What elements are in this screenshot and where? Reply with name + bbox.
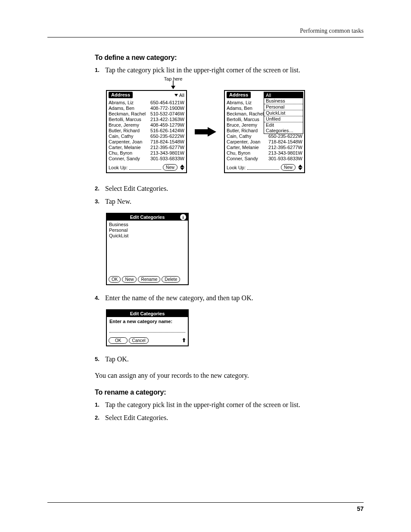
step-number: 2. [95, 413, 100, 423]
step-number: 4. [95, 293, 100, 303]
category-name-input[interactable] [109, 327, 185, 333]
list-item: Carter, Melanie212-395-6277W [109, 145, 184, 150]
list-item: Bertolli, Marcus213-422-1363W [109, 117, 184, 122]
step-text: Tap OK. [105, 355, 129, 363]
list-item[interactable]: Business [109, 222, 186, 227]
list-item: Carpenter, Joan718-824-1548W [227, 139, 302, 145]
step-2: 2. Select Edit Categories. [95, 184, 364, 194]
list-item: Conner, Sandy301-933-6833W [227, 156, 302, 162]
new-button[interactable]: New [163, 164, 177, 171]
step-number: 1. [95, 65, 100, 75]
step-text: Tap the category pick list in the upper-… [105, 401, 300, 408]
chevron-down-icon [174, 94, 178, 96]
list-item: Cain, Cathy650-235-6222W [109, 134, 184, 139]
step-text: Tap the category pick list in the upper-… [105, 66, 300, 74]
step-number: 1. [95, 400, 100, 410]
section-title-define: To define a new category: [95, 54, 364, 62]
list-item: Chu, Byron213-343-9801W [109, 150, 184, 156]
dropdown-item[interactable]: Business [264, 98, 303, 104]
list-item: Conner, Sandy301-933-6833W [109, 156, 184, 162]
svg-marker-2 [195, 127, 216, 137]
rename-button[interactable]: Rename [138, 276, 160, 283]
footer-rule [47, 502, 364, 503]
step-1: 1. Tap the category pick list in the upp… [95, 65, 364, 75]
dropdown-selected[interactable]: All [264, 92, 303, 98]
svg-marker-1 [171, 86, 175, 89]
arrow-down-icon [169, 81, 177, 89]
dropdown-item[interactable]: QuickList [264, 110, 303, 116]
edit-categories-dialog: Edit Categories i Business Personal Quic… [106, 213, 189, 285]
list-item: Beckman, Rachel510-532-0746W [109, 111, 184, 117]
list-item: Bruce, Jeremy408-459-1279W [109, 122, 184, 128]
scroll-down-icon [298, 168, 302, 170]
cancel-button[interactable]: Cancel [129, 337, 148, 344]
lookup-label: Look Up: [227, 165, 246, 170]
list-item[interactable]: QuickList [109, 233, 186, 239]
step-number: 2. [95, 184, 100, 194]
list-item[interactable]: Personal [109, 227, 186, 233]
app-title: Address [227, 92, 251, 98]
lookup-input[interactable] [247, 165, 279, 170]
step-number: 3. [95, 196, 100, 207]
list-item: Chu, Byron213-343-9801W [227, 150, 302, 156]
arrow-right-icon [195, 127, 216, 137]
list-item: Butler, Richard516-626-1424W [109, 128, 184, 134]
step-text: Tap New. [105, 198, 131, 205]
step-number: 5. [95, 354, 100, 364]
body-text: You can assign any of your records to th… [95, 370, 364, 381]
category-list[interactable]: Business Personal QuickList [107, 221, 188, 275]
scroll-up-icon [298, 165, 302, 167]
scroll-arrows[interactable] [180, 165, 184, 170]
new-button[interactable]: New [122, 276, 137, 283]
step-text: Select Edit Categories. [105, 185, 168, 192]
step-4: 4. Enter the name of the new category, a… [95, 293, 364, 303]
category-picklist[interactable]: All [174, 93, 184, 98]
section-title-rename: To rename a category: [95, 389, 364, 396]
palm-screen-left: Tap here Address All Abrams, Liz650-454-… [106, 90, 187, 173]
app-title: Address [109, 92, 133, 98]
tap-here-callout: Tap here [156, 76, 190, 89]
running-head: Performing common tasks [47, 28, 364, 37]
list-item: Cain, Cathy650-235-6222W [227, 134, 302, 139]
lookup-input[interactable] [129, 165, 161, 170]
page-number: 57 [357, 505, 364, 512]
new-button[interactable]: New [281, 164, 296, 171]
info-icon[interactable]: i [180, 214, 186, 220]
picklist-value: All [179, 93, 184, 98]
step-2: 2. Select Edit Categories. [95, 413, 364, 423]
shift-indicator-icon: ⬆ [182, 337, 186, 344]
dialog-title: Edit Categories i [107, 214, 188, 221]
dialog-title: Edit Categories [107, 310, 188, 317]
list-item: Abrams, Liz650-454-6121W [109, 100, 184, 106]
palm-screen-right: Address All Business Personal QuickList … [224, 90, 305, 173]
list-item: Carter, Melanie212-395-6277W [227, 145, 302, 150]
delete-button[interactable]: Delete [162, 276, 180, 283]
step-5: 5. Tap OK. [95, 354, 364, 364]
category-dropdown: All Business Personal QuickList Unfiled … [264, 92, 303, 134]
scroll-up-icon [180, 165, 184, 167]
dropdown-item[interactable]: Unfiled [264, 116, 303, 122]
scroll-down-icon [180, 168, 184, 170]
scroll-arrows[interactable] [298, 165, 302, 170]
ok-button[interactable]: OK [109, 337, 128, 344]
dropdown-item[interactable]: Personal [264, 104, 303, 110]
dropdown-item-edit[interactable]: Edit Categories… [264, 122, 303, 134]
ok-button[interactable]: OK [109, 276, 121, 283]
step-text: Select Edit Categories. [105, 414, 168, 421]
prompt-label: Enter a new category name: [109, 319, 185, 324]
list-item: Carpenter, Joan718-824-1548W [109, 139, 184, 145]
list-item: Adams, Ben408-772-1900W [109, 106, 184, 111]
step-text: Enter the name of the new category, and … [105, 294, 253, 302]
new-category-dialog: Edit Categories Enter a new category nam… [106, 309, 189, 346]
step-1: 1. Tap the category pick list in the upp… [95, 400, 364, 410]
lookup-label: Look Up: [109, 165, 128, 170]
step-3: 3. Tap New. [95, 196, 364, 207]
contact-list[interactable]: Abrams, Liz650-454-6121W Adams, Ben408-7… [107, 99, 186, 162]
